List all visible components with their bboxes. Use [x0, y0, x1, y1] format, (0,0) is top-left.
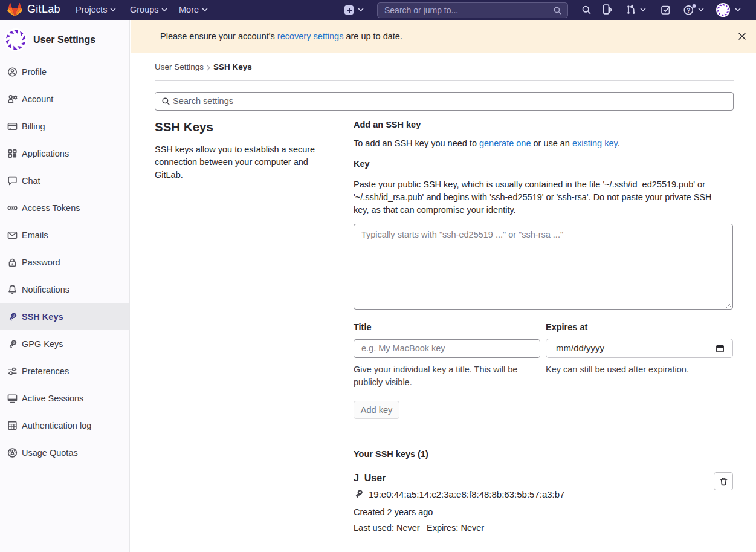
- svg-text:?: ?: [687, 7, 690, 14]
